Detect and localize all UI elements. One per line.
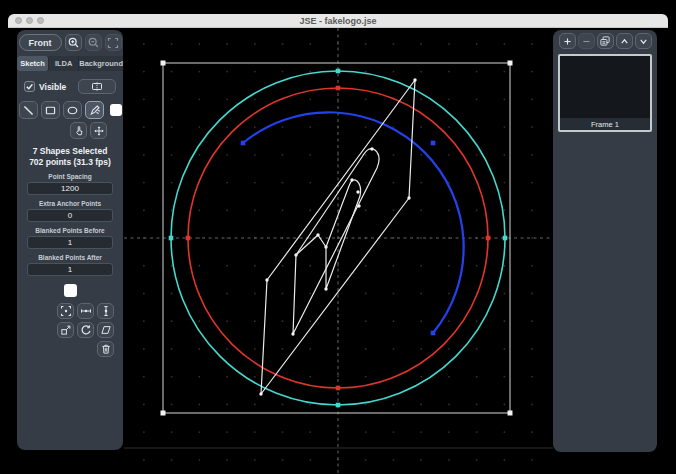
grid-dot: [226, 209, 228, 211]
rotate-button[interactable]: [77, 322, 94, 338]
points-status: 702 points (31.3 fps): [17, 157, 123, 168]
grid-dot: [365, 320, 367, 322]
logo-loop-small-vertex[interactable]: [324, 287, 327, 290]
outer-circle-anchor[interactable]: [169, 236, 174, 241]
grid-dot: [476, 376, 478, 378]
ellipse-tool-button[interactable]: [63, 101, 82, 119]
grid-dot: [365, 376, 367, 378]
grid-dot: [171, 154, 173, 156]
move-icon: [93, 125, 105, 137]
blue-arc-anchor[interactable]: [241, 141, 246, 146]
grid-dot: [282, 348, 284, 350]
frame-down-button[interactable]: [635, 33, 652, 49]
blanked-points-before-input[interactable]: [27, 236, 113, 249]
center-anchor-button[interactable]: [57, 303, 74, 319]
tab-sketch[interactable]: Sketch: [17, 56, 49, 71]
grid-dot: [448, 431, 450, 433]
blanked-points-after-input[interactable]: [27, 263, 113, 276]
frame-thumbnail[interactable]: Frame 1: [558, 54, 652, 132]
grid-dot: [420, 293, 422, 295]
logo-band-vertex[interactable]: [259, 392, 262, 395]
rotate-icon: [80, 324, 92, 336]
front-view-button[interactable]: Front: [19, 34, 62, 51]
mirror-button[interactable]: [78, 79, 116, 94]
skew-button[interactable]: [97, 322, 114, 338]
remove-frame-icon: [581, 36, 592, 47]
grid-dot: [476, 71, 478, 73]
grid-dot: [254, 71, 256, 73]
middle-circle-anchor[interactable]: [336, 386, 341, 391]
logo-band-vertex[interactable]: [413, 78, 416, 81]
grid-dot: [503, 209, 505, 211]
flip-vertical-button[interactable]: [97, 303, 114, 319]
extra-anchor-points-input[interactable]: [27, 209, 113, 222]
grid-dot: [393, 182, 395, 184]
logo-loop-small-vertex[interactable]: [350, 178, 353, 181]
blue-arc-anchor[interactable]: [431, 331, 436, 336]
frame-up-button[interactable]: [616, 33, 633, 49]
fit-view-button[interactable]: [105, 34, 122, 51]
grid-dot: [309, 431, 311, 433]
grid-dot: [365, 182, 367, 184]
grid-dot: [420, 182, 422, 184]
selection-handle[interactable]: [508, 61, 513, 66]
outer-circle-anchor[interactable]: [336, 69, 341, 74]
selection-handle[interactable]: [161, 411, 166, 416]
grid-dot: [198, 126, 200, 128]
grid-dot: [420, 43, 422, 45]
grid-dot: [503, 43, 505, 45]
add-frame-button[interactable]: [559, 33, 576, 49]
frames-panel: Frame 1: [553, 30, 657, 452]
duplicate-frame-button[interactable]: [597, 33, 614, 49]
grid-dot: [171, 126, 173, 128]
shape-color-swatch[interactable]: [64, 284, 77, 297]
grid-dot: [393, 348, 395, 350]
zoom-in-button[interactable]: [65, 34, 82, 51]
grid-dot: [226, 126, 228, 128]
line-tool-button[interactable]: [19, 101, 38, 119]
grid-dot: [531, 182, 533, 184]
zoom-out-button[interactable]: [85, 34, 102, 51]
logo-loop-large-vertex[interactable]: [370, 147, 373, 150]
move-tool-button[interactable]: [90, 122, 107, 139]
grid-dot: [476, 265, 478, 267]
tab-ilda[interactable]: ILDA: [49, 56, 79, 71]
draw-color-swatch[interactable]: [110, 104, 122, 116]
logo-loop-large-vertex[interactable]: [291, 332, 294, 335]
skew-icon: [100, 324, 112, 336]
selection-handle[interactable]: [161, 61, 166, 66]
blue-arc-anchor[interactable]: [431, 141, 436, 146]
delete-shape-button[interactable]: [97, 341, 114, 357]
extra-anchor-points-label: Extra Anchor Points: [17, 200, 123, 207]
grid-dot: [226, 98, 228, 100]
pen-tool-button[interactable]: [85, 101, 104, 119]
logo-band-vertex[interactable]: [407, 196, 410, 199]
remove-frame-button[interactable]: [578, 33, 595, 49]
grid-dot: [309, 265, 311, 267]
grid-dot: [531, 154, 533, 156]
scale-button[interactable]: [57, 322, 74, 338]
grid-dot: [171, 459, 173, 461]
visible-checkbox[interactable]: [24, 81, 35, 92]
logo-loop-large-vertex[interactable]: [357, 204, 360, 207]
finger-snap-button[interactable]: [70, 122, 87, 139]
middle-circle-anchor[interactable]: [186, 236, 191, 241]
tab-background[interactable]: Background: [79, 56, 123, 71]
grid-dot: [309, 43, 311, 45]
outer-circle-anchor[interactable]: [336, 403, 341, 408]
grid-dot: [531, 237, 533, 239]
selection-handle[interactable]: [508, 411, 513, 416]
blue-arc[interactable]: [243, 112, 464, 333]
logo-dart-vertex[interactable]: [316, 233, 319, 236]
logo-band-vertex[interactable]: [265, 278, 268, 281]
logo-loop-small-vertex[interactable]: [356, 190, 359, 193]
middle-circle-anchor[interactable]: [336, 86, 341, 91]
rectangle-tool-button[interactable]: [41, 101, 60, 119]
grid-dot: [143, 71, 145, 73]
point-spacing-input[interactable]: [27, 182, 113, 195]
logo-loop-large[interactable]: [293, 149, 379, 334]
flip-horizontal-button[interactable]: [77, 303, 94, 319]
outer-circle-anchor[interactable]: [503, 236, 508, 241]
grid-dot: [420, 126, 422, 128]
middle-circle-anchor[interactable]: [486, 236, 491, 241]
